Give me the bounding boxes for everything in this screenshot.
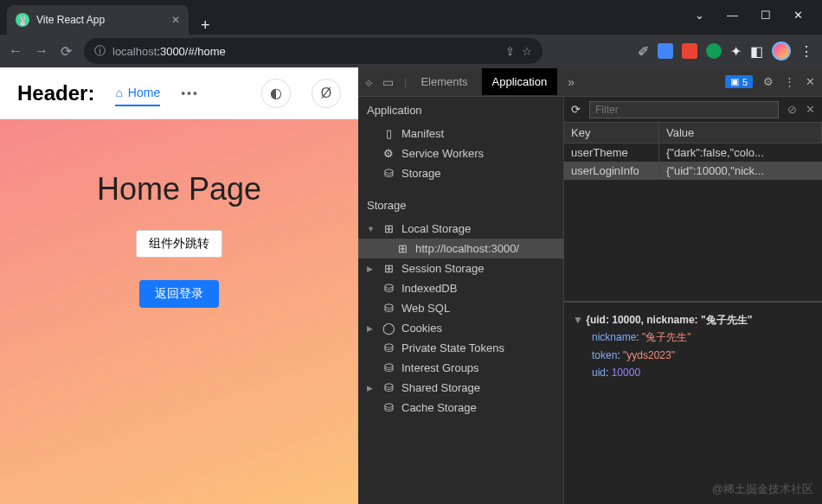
sidebar-label: http://localhost:3000/ <box>415 242 519 255</box>
json-key: uid <box>592 367 606 379</box>
close-icon[interactable]: ✕ <box>171 14 180 26</box>
more-tabs-icon[interactable]: » <box>568 75 575 89</box>
sidebar-label: Cache Storage <box>401 401 477 414</box>
more-icon[interactable]: ••• <box>181 86 199 100</box>
extension-icon[interactable] <box>706 43 722 59</box>
extension-icon[interactable] <box>682 43 697 59</box>
minimize-icon[interactable]: ― <box>727 9 738 22</box>
home-icon: ⌂ <box>115 86 122 99</box>
chevron-down-icon[interactable]: ⌄ <box>695 9 704 22</box>
close-window-icon[interactable]: ✕ <box>793 9 803 22</box>
lang-toggle-button[interactable]: Ø <box>311 79 341 108</box>
database-icon: ⛁ <box>382 168 395 180</box>
sidebar-item-local-storage[interactable]: ▼⊞Local Storage <box>358 219 563 239</box>
sidebar-item-interest-groups[interactable]: ⛁Interest Groups <box>358 358 563 378</box>
panel-icon[interactable]: ◧ <box>750 43 763 60</box>
sidebar-label: Web SQL <box>401 302 450 315</box>
sidebar-item-cookies[interactable]: ▶◯Cookies <box>358 318 563 338</box>
th-key[interactable]: Key <box>564 123 659 143</box>
extension-icon[interactable] <box>658 43 673 59</box>
database-icon: ⛁ <box>382 283 395 295</box>
window-controls: ⌄ ― ☐ ✕ <box>676 0 822 30</box>
info-icon: ⓘ <box>94 43 106 59</box>
section-application: Application <box>358 97 563 124</box>
sidebar-item-private-tokens[interactable]: ⛁Private State Tokens <box>358 338 563 358</box>
eyedropper-icon[interactable]: ✐ <box>638 43 649 60</box>
watermark: @稀土掘金技术社区 <box>712 480 813 499</box>
filter-bar: ⟳ ⊘ ✕ <box>564 97 822 123</box>
table-row[interactable]: userTheme {"dark":false,"colo... <box>564 144 822 162</box>
new-tab-button[interactable]: + <box>189 16 222 35</box>
caret-icon: ▶ <box>367 265 376 273</box>
sidebar-item-service-workers[interactable]: ⚙Service Workers <box>358 144 563 163</box>
inspect-icon[interactable]: ⟐ <box>365 75 372 89</box>
th-value[interactable]: Value <box>659 123 822 143</box>
json-key: nickname <box>592 331 636 343</box>
menu-icon[interactable]: ⋮ <box>800 43 813 60</box>
sidebar-item-indexeddb[interactable]: ⛁IndexedDB <box>358 278 563 298</box>
tab-application[interactable]: Application <box>482 68 558 95</box>
browser-titlebar: 🐰 Vite React App ✕ + ⌄ ― ☐ ✕ <box>0 0 822 35</box>
favicon-icon: 🐰 <box>16 13 29 27</box>
sidebar-label: Service Workers <box>401 147 484 160</box>
star-icon[interactable]: ☆ <box>522 45 532 58</box>
browser-toolbar: ← → ⟳ ⓘ localhost:3000/#/home ⇪ ☆ ✐ ✦ ◧ … <box>0 35 822 67</box>
avatar[interactable] <box>772 41 791 61</box>
address-host: localhost <box>112 45 157 58</box>
clear-icon[interactable]: ⊘ <box>787 103 797 116</box>
sidebar-label: Local Storage <box>401 222 471 235</box>
database-icon: ⛁ <box>382 303 395 315</box>
table-row[interactable]: userLoginInfo {"uid":10000,"nick... <box>564 162 822 180</box>
section-storage: Storage <box>358 192 563 219</box>
share-icon[interactable]: ⇪ <box>505 45 515 58</box>
theme-toggle-button[interactable]: ◐ <box>261 79 291 108</box>
badge-count: 5 <box>742 77 748 87</box>
devtools-tabs: ⟐ ▭ | Elements Application » ▣ 5 ⚙ ⋮ ✕ <box>358 67 822 97</box>
refresh-icon[interactable]: ⟳ <box>571 103 581 116</box>
filter-input[interactable] <box>589 101 779 118</box>
delete-icon[interactable]: ✕ <box>806 103 815 116</box>
gear-icon[interactable]: ⚙ <box>763 75 774 88</box>
jump-button[interactable]: 组件外跳转 <box>136 230 222 258</box>
browser-tab[interactable]: 🐰 Vite React App ✕ <box>7 5 189 35</box>
forward-icon[interactable]: → <box>35 43 48 59</box>
back-login-button[interactable]: 返回登录 <box>139 280 219 308</box>
inspect-summary: {uid: 10000, nickname: "兔子先生" <box>586 314 752 326</box>
devtools-content: ⟳ ⊘ ✕ Key Value userTheme {"dark":false,… <box>564 97 822 504</box>
reload-icon[interactable]: ⟳ <box>61 43 72 60</box>
extensions-icon[interactable]: ✦ <box>730 43 742 60</box>
json-value: "兔子先生" <box>642 331 691 343</box>
sidebar-item-origin[interactable]: ⊞http://localhost:3000/ <box>358 239 563 258</box>
sidebar-label: Interest Groups <box>401 361 479 374</box>
devtools-sidebar: Application ▯Manifest ⚙Service Workers ⛁… <box>358 97 564 504</box>
sidebar-item-manifest[interactable]: ▯Manifest <box>358 124 563 144</box>
close-devtools-icon[interactable]: ✕ <box>806 75 815 88</box>
sidebar-item-cache-storage[interactable]: ⛁Cache Storage <box>358 398 563 418</box>
sidebar-label: Private State Tokens <box>401 341 504 354</box>
address-bar[interactable]: ⓘ localhost:3000/#/home ⇪ ☆ <box>84 38 543 64</box>
database-icon: ⊞ <box>382 263 395 275</box>
database-icon: ⛁ <box>382 342 395 354</box>
table-header: Key Value <box>564 123 822 144</box>
nav-home-link[interactable]: ⌂ Home <box>115 86 160 106</box>
webpage-viewport: Header: ⌂ Home ••• ◐ Ø Home Page 组件外跳转 返… <box>0 67 358 504</box>
sidebar-item-session-storage[interactable]: ▶⊞Session Storage <box>358 258 563 278</box>
cell-key: userLoginInfo <box>564 162 659 180</box>
issues-badge[interactable]: ▣ 5 <box>725 75 753 88</box>
database-icon: ⛁ <box>382 402 395 414</box>
back-icon[interactable]: ← <box>9 43 22 59</box>
device-icon[interactable]: ▭ <box>382 75 394 89</box>
sidebar-label: Manifest <box>401 127 444 140</box>
tab-elements[interactable]: Elements <box>417 68 471 95</box>
maximize-icon[interactable]: ☐ <box>761 9 771 22</box>
value-inspector: ▼ {uid: 10000, nickname: "兔子先生" nickname… <box>564 302 822 504</box>
sidebar-item-storage[interactable]: ⛁Storage <box>358 163 563 183</box>
file-icon: ▯ <box>382 128 395 140</box>
sidebar-label: Cookies <box>401 322 442 335</box>
kebab-icon[interactable]: ⋮ <box>784 75 795 88</box>
cell-key: userTheme <box>564 144 659 162</box>
sidebar-item-websql[interactable]: ⛁Web SQL <box>358 298 563 318</box>
page-title: Home Page <box>97 171 261 207</box>
sidebar-item-shared-storage[interactable]: ▶⛁Shared Storage <box>358 378 563 398</box>
database-icon: ⊞ <box>382 223 395 235</box>
